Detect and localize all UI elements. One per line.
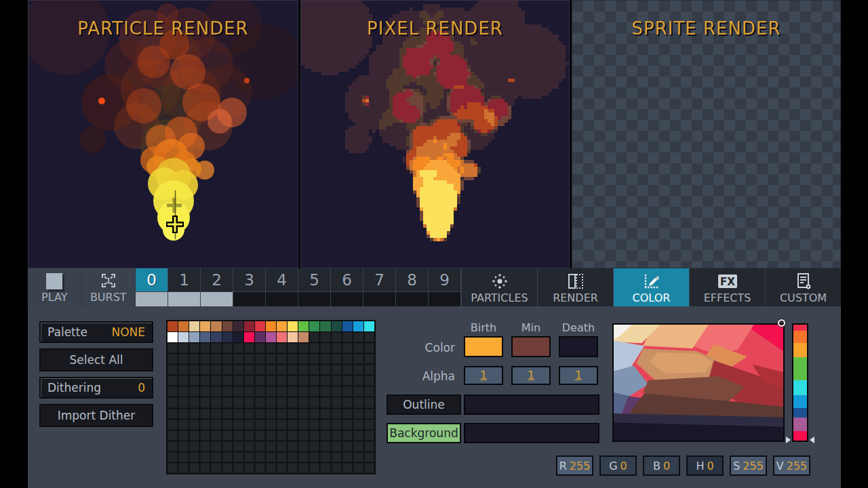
palette-empty-cell[interactable] [266,463,276,473]
dithering-field[interactable]: Dithering 0 [39,377,153,399]
palette-empty-cell[interactable] [189,343,199,353]
palette-empty-cell[interactable] [178,409,189,419]
import-dither-button[interactable]: Import Dither [39,404,153,427]
palette-empty-cell[interactable] [244,409,254,419]
palette-empty-cell[interactable] [298,430,309,441]
palette-empty-cell[interactable] [309,365,319,375]
palette-empty-cell[interactable] [178,365,189,375]
palette-empty-cell[interactable] [309,375,319,386]
palette-empty-cell[interactable] [288,375,298,386]
palette-empty-cell[interactable] [167,430,178,441]
palette-empty-cell[interactable] [211,463,221,473]
slot-tab-6[interactable]: 6 [331,268,363,306]
min-alpha-field[interactable]: 1 [511,366,551,385]
palette-empty-cell[interactable] [167,463,178,473]
palette-empty-cell[interactable] [320,452,330,462]
palette-empty-cell[interactable] [277,343,287,353]
palette-empty-cell[interactable] [167,386,178,396]
palette-color-cell[interactable] [266,321,276,331]
slot-tab-1[interactable]: 1 [168,268,200,306]
burst-button[interactable]: 1 BURST [82,268,136,306]
palette-color-cell[interactable] [233,321,243,331]
palette-empty-cell[interactable] [277,354,287,364]
palette-empty-cell[interactable] [255,386,265,396]
palette-empty-cell[interactable] [255,463,265,473]
palette-empty-cell[interactable] [277,397,287,407]
particle-render-panel[interactable]: PARTICLE RENDER [28,0,298,268]
saturation-value-picker[interactable] [612,323,785,442]
palette-empty-cell[interactable] [342,420,353,430]
palette-selector[interactable]: Palette NONE [39,321,153,343]
palette-color-cell[interactable] [189,321,199,331]
palette-empty-cell[interactable] [222,397,233,407]
palette-empty-cell[interactable] [178,375,189,386]
palette-empty-cell[interactable] [200,375,210,386]
hue-band[interactable] [793,331,807,344]
death-alpha-field[interactable]: 1 [559,366,598,385]
palette-color-cell[interactable] [211,332,221,342]
palette-color-cell[interactable] [298,332,309,342]
palette-empty-cell[interactable] [277,409,287,419]
palette-color-cell[interactable] [332,321,342,331]
hue-band[interactable] [793,325,807,331]
palette-empty-cell[interactable] [222,354,233,364]
palette-empty-cell[interactable] [244,463,254,473]
tab-render[interactable]: RENDER [538,268,613,306]
palette-empty-cell[interactable] [288,430,298,441]
palette-color-cell[interactable] [200,321,210,331]
palette-empty-cell[interactable] [320,386,330,396]
palette-empty-cell[interactable] [342,332,353,342]
tab-effects[interactable]: FXEFFECTS [690,268,765,306]
palette-empty-cell[interactable] [255,365,265,375]
palette-empty-cell[interactable] [277,420,287,430]
palette-empty-cell[interactable] [332,332,342,342]
outline-button[interactable]: Outline [387,394,461,415]
palette-empty-cell[interactable] [255,397,265,407]
slot-tab-0[interactable]: 0 [136,268,167,306]
palette-empty-cell[interactable] [298,452,309,462]
palette-empty-cell[interactable] [200,452,210,462]
palette-empty-cell[interactable] [233,441,243,451]
palette-color-cell[interactable] [364,321,374,331]
palette-color-cell[interactable] [211,321,221,331]
palette-empty-cell[interactable] [288,420,298,430]
palette-empty-cell[interactable] [244,430,254,441]
palette-empty-cell[interactable] [353,343,363,353]
palette-color-cell[interactable] [298,321,309,331]
palette-empty-cell[interactable] [178,441,189,451]
palette-empty-cell[interactable] [353,441,363,451]
hue-band[interactable] [793,431,807,441]
palette-empty-cell[interactable] [178,463,189,473]
palette-empty-cell[interactable] [342,397,353,407]
palette-empty-cell[interactable] [255,409,265,419]
palette-empty-cell[interactable] [332,420,342,430]
tab-particles[interactable]: PARTICLES [462,268,537,306]
slot-tab-3[interactable]: 3 [233,268,265,306]
g-value-field[interactable]: G0 [599,455,637,476]
palette-empty-cell[interactable] [332,441,342,451]
palette-empty-cell[interactable] [353,452,363,462]
slot-tab-8[interactable]: 8 [396,268,428,306]
hue-band[interactable] [793,343,807,357]
slot-tab-9[interactable]: 9 [429,268,460,306]
palette-empty-cell[interactable] [200,430,210,441]
palette-empty-cell[interactable] [189,354,199,364]
palette-empty-cell[interactable] [222,452,233,462]
palette-empty-cell[interactable] [342,365,353,375]
palette-empty-cell[interactable] [189,386,199,396]
palette-empty-cell[interactable] [167,452,178,462]
palette-empty-cell[interactable] [189,375,199,386]
palette-empty-cell[interactable] [364,420,374,430]
palette-color-cell[interactable] [277,332,287,342]
palette-empty-cell[interactable] [342,386,353,396]
palette-empty-cell[interactable] [320,430,330,441]
palette-empty-cell[interactable] [200,441,210,451]
palette-empty-cell[interactable] [167,397,178,407]
palette-color-cell[interactable] [200,332,210,342]
palette-empty-cell[interactable] [222,386,233,396]
palette-color-cell[interactable] [309,321,319,331]
palette-empty-cell[interactable] [353,365,363,375]
palette-empty-cell[interactable] [309,420,319,430]
palette-empty-cell[interactable] [211,452,221,462]
birth-alpha-field[interactable]: 1 [464,366,503,385]
